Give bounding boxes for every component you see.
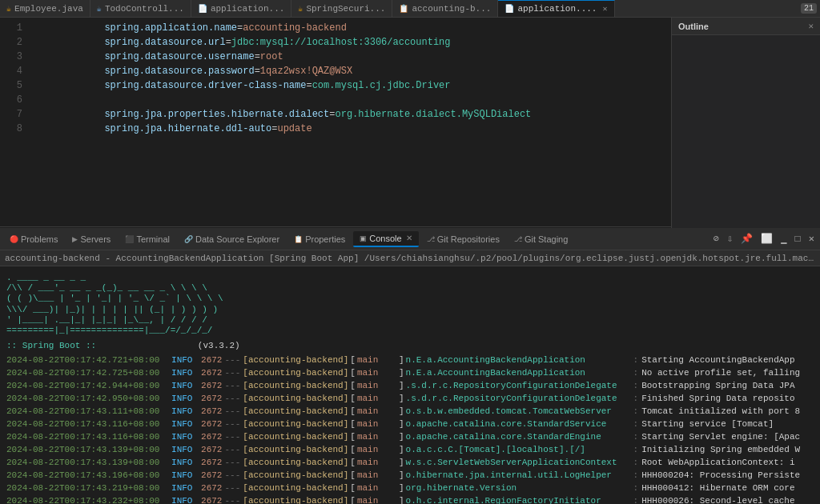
log-line: 2024-08-22T00:17:43.232+08:00 INFO 2672 … [0, 494, 820, 504]
tab-spring-security[interactable]: ☕ SpringSecuri... [291, 0, 392, 18]
tab-label-active: application.... [517, 4, 597, 14]
console-icon: ▣ [360, 234, 367, 242]
console-content[interactable]: . ____ _ __ _ _ /\\ / ___'_ __ _ _(_)_ _… [0, 266, 820, 504]
tab-label: TodoControll... [105, 4, 184, 14]
tab-close-button[interactable]: ✕ [602, 4, 607, 14]
tab-label: accounting-b... [412, 4, 491, 14]
java-icon3: ☕ [298, 4, 303, 14]
tab-overflow: 21 [801, 3, 820, 14]
tab-accounting-b[interactable]: 📋 accounting-b... [392, 0, 498, 18]
java-icon2: ☕ [97, 4, 102, 14]
tab-servers[interactable]: ▶ Servers [66, 232, 117, 246]
tab-label: Employee.java [14, 4, 83, 14]
outline-close-button[interactable]: ✕ [808, 21, 814, 31]
tab-label: application... [211, 4, 284, 14]
tab-git-repos-label: Git Repositories [437, 234, 500, 244]
log-line: 2024-08-22T00:17:42.950+08:00 INFO 2672 … [0, 392, 820, 405]
log-line: 2024-08-22T00:17:43.139+08:00 INFO 2672 … [0, 443, 820, 456]
tab-problems[interactable]: 🔴 Problems [3, 232, 64, 246]
git-repos-icon: ⎇ [427, 235, 435, 243]
tab-properties[interactable]: 📋 Properties [287, 232, 352, 246]
log-line: 2024-08-22T00:17:43.116+08:00 INFO 2672 … [0, 418, 820, 430]
tab-count-badge[interactable]: 21 [801, 3, 817, 14]
spring-boot-version: :: Spring Boot :: (v3.3.2) [0, 339, 820, 354]
tab-problems-label: Problems [21, 234, 58, 244]
tab-servers-label: Servers [80, 234, 111, 244]
tab-git-repos[interactable]: ⎇ Git Repositories [420, 232, 506, 246]
terminal-icon: ⬛ [125, 235, 134, 243]
tab-employee-java[interactable]: ☕ Employee.java [0, 0, 90, 18]
console-toolbar: 🔴 Problems ▶ Servers ⬛ Terminal 🔗 Data S… [0, 228, 820, 250]
editor-outer: 1 spring.application.name=accounting-bac… [0, 18, 820, 227]
tab-label: SpringSecuri... [306, 4, 385, 14]
tab-terminal-label: Terminal [136, 234, 170, 244]
scroll-lock-button[interactable]: ⇩ [725, 232, 735, 246]
log-line: 2024-08-22T00:17:43.116+08:00 INFO 2672 … [0, 430, 820, 443]
console-close-icon[interactable]: ✕ [406, 234, 412, 242]
main-container: ☕ Employee.java ☕ TodoControll... 📄 appl… [0, 0, 820, 504]
tab-git-staging-label: Git Staging [525, 234, 568, 244]
outline-panel: Outline ✕ [671, 18, 820, 246]
problems-icon: 🔴 [10, 235, 18, 243]
props-icon: 📄 [198, 4, 207, 14]
log-line: 2024-08-22T00:17:42.944+08:00 INFO 2672 … [0, 379, 820, 392]
log-line: 2024-08-22T00:17:42.721+08:00 INFO 2672 … [0, 354, 820, 366]
expand-button[interactable]: ⬜ [758, 232, 775, 246]
tab-console-label: Console [369, 234, 401, 243]
tab-bar: ☕ Employee.java ☕ TodoControll... 📄 appl… [0, 0, 820, 18]
tab-git-staging[interactable]: ⎇ Git Staging [508, 232, 574, 246]
datasource-icon: 🔗 [184, 235, 193, 243]
java-icon: ☕ [6, 4, 11, 14]
tab-application-active[interactable]: 📄 application.... ✕ [498, 0, 614, 18]
tab-terminal[interactable]: ⬛ Terminal [119, 232, 176, 246]
tab-datasource-label: Data Source Explorer [195, 234, 279, 244]
log-line: 2024-08-22T00:17:42.725+08:00 INFO 2672 … [0, 366, 820, 379]
props-icon2: 📄 [504, 4, 514, 14]
tab-properties-label: Properties [305, 234, 345, 244]
minimize-button[interactable]: ▁ [778, 232, 789, 246]
git-staging-icon: ⎇ [514, 235, 522, 243]
yaml-icon: 📋 [399, 4, 408, 14]
log-container: 2024-08-22T00:17:42.721+08:00 INFO 2672 … [0, 354, 820, 504]
outline-header: Outline ✕ [672, 18, 820, 35]
outline-title: Outline [678, 22, 709, 31]
close-panel-button[interactable]: ✕ [806, 232, 817, 246]
log-line: 2024-08-22T00:17:43.219+08:00 INFO 2672 … [0, 482, 820, 494]
path-text: accounting-backend - AccountingBackendAp… [5, 254, 820, 263]
tab-application1[interactable]: 📄 application... [191, 0, 291, 18]
log-line: 2024-08-22T00:17:43.196+08:00 INFO 2672 … [0, 469, 820, 482]
servers-icon: ▶ [72, 235, 78, 243]
spring-logo: . ____ _ __ _ _ /\\ / ___'_ __ _ _(_)_ _… [0, 270, 820, 339]
maximize-button[interactable]: □ [793, 233, 803, 246]
tab-console[interactable]: ▣ Console ✕ [353, 231, 418, 247]
tab-todo-controller[interactable]: ☕ TodoControll... [90, 0, 191, 18]
toolbar-action-icons: ⊘ ⇩ 📌 ⬜ ▁ □ ✕ [711, 232, 817, 246]
bottom-panel: 🔴 Problems ▶ Servers ⬛ Terminal 🔗 Data S… [0, 228, 820, 504]
tab-datasource[interactable]: 🔗 Data Source Explorer [178, 232, 286, 246]
properties-icon: 📋 [294, 235, 303, 243]
log-line: 2024-08-22T00:17:43.139+08:00 INFO 2672 … [0, 456, 820, 469]
pin-button[interactable]: 📌 [738, 232, 755, 246]
console-path-bar: accounting-backend - AccountingBackendAp… [0, 250, 820, 266]
log-line: 2024-08-22T00:17:43.111+08:00 INFO 2672 … [0, 405, 820, 418]
clear-console-button[interactable]: ⊘ [711, 232, 722, 246]
